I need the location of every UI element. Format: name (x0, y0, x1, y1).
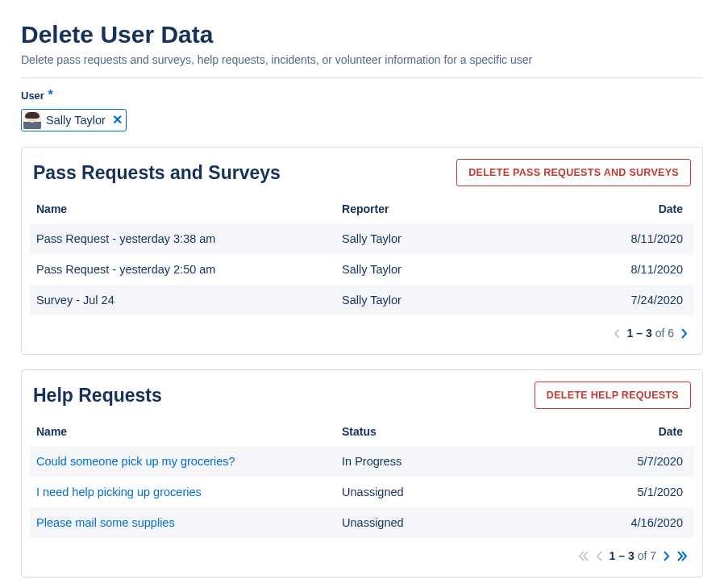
chevron-left-icon (596, 551, 603, 561)
user-chip[interactable]: Sally Taylor ✕ (21, 109, 127, 131)
pager-of: of 7 (635, 549, 656, 562)
chevron-left-icon (614, 328, 621, 339)
panel-help-requests: Help Requests DELETE HELP REQUESTS Name … (21, 369, 703, 578)
page-title: Delete User Data (21, 21, 703, 48)
chevron-right-icon[interactable] (680, 328, 688, 339)
pager-text: 1 – 3 of 7 (610, 549, 656, 562)
cell-date: 8/11/2020 (535, 223, 694, 254)
col-date: Date (535, 417, 694, 446)
chevron-right-icon[interactable] (663, 551, 670, 561)
cell-name: Pass Request - yesterday 2:50 am (30, 254, 335, 285)
user-field-label: User (21, 90, 44, 102)
table-row: Pass Request - yesterday 3:38 am Sally T… (30, 223, 694, 254)
cell-reporter: Sally Taylor (335, 254, 535, 285)
panel-pass-requests: Pass Requests and Surveys DELETE PASS RE… (21, 147, 703, 355)
panel-title-pass: Pass Requests and Surveys (33, 162, 281, 184)
table-row: Survey - Jul 24 Sally Taylor 7/24/2020 (30, 285, 694, 315)
pager-of: of 6 (652, 327, 674, 340)
close-icon[interactable]: ✕ (112, 114, 123, 127)
double-chevron-left-icon (578, 551, 589, 561)
help-request-link[interactable]: I need help picking up groceries (36, 486, 202, 498)
delete-help-requests-button[interactable]: DELETE HELP REQUESTS (535, 382, 691, 409)
cell-name: Please mail some supplies (30, 507, 335, 538)
cell-status: Unassigned (335, 507, 535, 538)
cell-reporter: Sally Taylor (335, 285, 535, 315)
pass-pager: 1 – 3 of 6 (22, 315, 702, 340)
divider (21, 77, 703, 78)
pager-range: 1 – 3 (627, 327, 652, 340)
cell-name: Pass Request - yesterday 3:38 am (30, 223, 335, 254)
page-subtitle: Delete pass requests and surveys, help r… (21, 53, 703, 66)
table-row: Could someone pick up my groceries? In P… (30, 446, 694, 477)
cell-date: 5/1/2020 (535, 477, 694, 507)
avatar (23, 111, 41, 129)
col-status: Status (335, 417, 535, 446)
double-chevron-right-icon[interactable] (676, 551, 688, 561)
help-request-link[interactable]: Please mail some supplies (36, 516, 175, 529)
table-row: Pass Request - yesterday 2:50 am Sally T… (30, 254, 694, 285)
cell-date: 4/16/2020 (535, 507, 694, 538)
cell-name: I need help picking up groceries (30, 477, 335, 507)
panel-title-help: Help Requests (33, 385, 162, 407)
pager-range: 1 – 3 (610, 549, 635, 562)
cell-name: Survey - Jul 24 (30, 285, 335, 315)
required-star: * (48, 88, 52, 102)
table-row: I need help picking up groceries Unassig… (30, 477, 694, 507)
cell-date: 8/11/2020 (535, 254, 694, 285)
cell-status: Unassigned (335, 477, 535, 507)
cell-date: 5/7/2020 (535, 446, 694, 477)
pass-requests-table: Name Reporter Date Pass Request - yester… (30, 194, 694, 315)
user-chip-name: Sally Taylor (46, 114, 106, 127)
col-name: Name (30, 417, 335, 446)
help-requests-table: Name Status Date Could someone pick up m… (30, 417, 694, 538)
col-date: Date (535, 194, 694, 223)
delete-pass-requests-button[interactable]: DELETE PASS REQUESTS AND SURVEYS (456, 159, 691, 186)
help-request-link[interactable]: Could someone pick up my groceries? (36, 455, 235, 468)
cell-reporter: Sally Taylor (335, 223, 535, 254)
col-reporter: Reporter (335, 194, 535, 223)
table-row: Please mail some supplies Unassigned 4/1… (30, 507, 694, 538)
pager-text: 1 – 3 of 6 (627, 327, 674, 340)
cell-status: In Progress (335, 446, 535, 477)
cell-name: Could someone pick up my groceries? (30, 446, 335, 477)
help-pager: 1 – 3 of 7 (22, 538, 702, 562)
cell-date: 7/24/2020 (535, 285, 694, 315)
col-name: Name (30, 194, 335, 223)
